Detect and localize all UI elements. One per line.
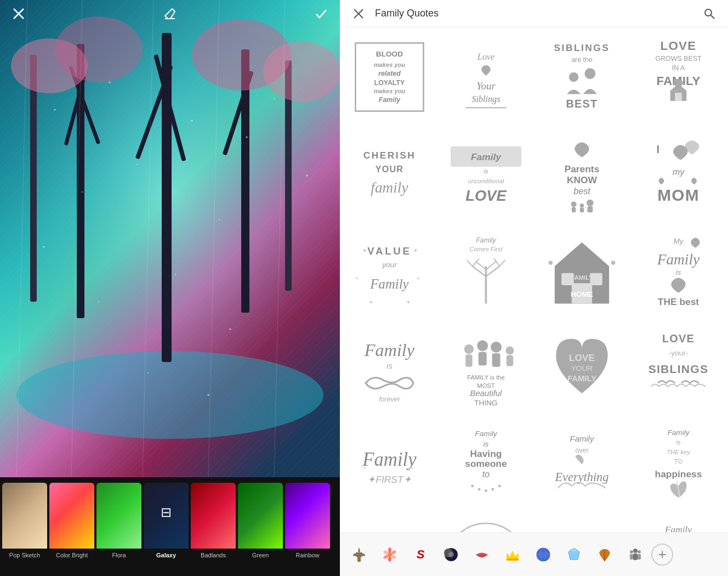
cat-item-tree[interactable] (344, 540, 374, 569)
svg-rect-9 (64, 76, 86, 145)
sticker-family-most-important[interactable]: Family is most IMPORTANT (342, 511, 437, 533)
cat-item-crown[interactable] (498, 540, 527, 569)
svg-point-124 (505, 346, 514, 354)
cat-item-lips[interactable] (467, 540, 497, 569)
sticker-my-family-best[interactable]: My Family is THE best (631, 222, 726, 318)
sticker-blood-family[interactable]: BLOOD makes you related LOYALTY makes yo… (342, 30, 437, 125)
sticker-cherish-family[interactable]: CHERISH YOUR family (342, 126, 437, 222)
svg-text:Family: Family (370, 277, 410, 292)
sticker-love-siblings[interactable]: Love Your Siblings (439, 30, 534, 125)
svg-point-27 (175, 274, 176, 275)
sticker-love-siblings-2[interactable]: LOVE -your- SIBLINGS (631, 319, 726, 414)
svg-text:✦FIRST✦: ✦FIRST✦ (368, 474, 412, 485)
cat-item-moon[interactable] (436, 540, 466, 569)
sticker-value-family[interactable]: ✦ ✦ ✦ ✦ VALUE your Family ✦ ✦ (342, 222, 437, 318)
svg-text:is: is (675, 269, 681, 277)
svg-point-26 (43, 246, 45, 248)
svg-text:Family: Family (379, 97, 401, 104)
svg-text:✦: ✦ (356, 276, 359, 281)
svg-rect-79 (580, 207, 584, 212)
svg-text:Family: Family (362, 449, 417, 470)
sticker-siblings-best[interactable]: SIBLINGS are the BEST (534, 30, 630, 125)
svg-text:someone: someone (465, 458, 507, 469)
cat-item-family-silhouette[interactable] (621, 540, 650, 569)
svg-point-3 (16, 351, 323, 439)
sticker-family-comes-first[interactable]: Family Comes First (439, 222, 534, 318)
svg-text:I: I (656, 143, 659, 155)
cat-item-letter-s[interactable]: S (406, 540, 435, 569)
svg-point-106 (549, 261, 553, 265)
sticker-family-forever[interactable]: Family is forever (342, 319, 437, 414)
svg-line-35 (143, 0, 153, 477)
svg-point-149 (498, 485, 501, 488)
svg-rect-12 (223, 71, 254, 156)
filter-item-color-bright[interactable]: Color Bright (49, 483, 94, 571)
svg-text:makes you: makes you (374, 61, 406, 68)
sticker-family-unconditional[interactable]: Family is unconditional LOVE (439, 126, 534, 222)
svg-line-97 (476, 262, 486, 270)
svg-rect-6 (135, 65, 173, 160)
svg-text:Family: Family (475, 430, 497, 438)
svg-text:LOVE: LOVE (569, 352, 595, 363)
sticker-family-beautiful[interactable]: FAMILY is the MOST Beautiful THING (439, 319, 534, 414)
sticker-family-is-home[interactable]: FAMILY IS HOME (534, 222, 630, 318)
sticker-family-key-happiness[interactable]: Family is THE key TO happiness (631, 415, 726, 510)
sticker-family-love-never-ends[interactable]: Family where love never ends (631, 511, 726, 533)
filter-item-flora[interactable]: Flora (96, 483, 141, 571)
filter-item-pop-sketch[interactable]: Pop Sketch (2, 483, 47, 571)
svg-text:is: is (386, 362, 393, 370)
svg-point-29 (98, 301, 99, 302)
svg-text:your: your (382, 261, 397, 269)
svg-text:LOVE: LOVE (465, 187, 507, 204)
svg-rect-77 (588, 206, 593, 212)
sticker-i-love-mom[interactable]: I my MOM (631, 126, 726, 222)
sticker-i-love-sister[interactable]: I love ✦ MY ✦ Sister ✦ ✦ ✦ (534, 511, 630, 533)
svg-point-30 (230, 329, 231, 330)
filter-item-galaxy[interactable]: ⊟ Galaxy (144, 483, 189, 571)
sticker-family-having-someone[interactable]: Family is Having someone to (439, 415, 534, 510)
svg-text:Family: Family (657, 251, 700, 268)
svg-text:FAMILY: FAMILY (567, 374, 596, 383)
svg-text:VALUE: VALUE (368, 245, 412, 257)
svg-text:BLOOD: BLOOD (376, 50, 403, 59)
confirm-button[interactable] (311, 4, 331, 24)
svg-text:family: family (371, 179, 409, 196)
sticker-love-your-family-heart[interactable]: LOVE YOUR FAMILY (534, 319, 630, 414)
sticker-family-over-everything[interactable]: Family over Everything (534, 415, 630, 510)
cat-item-add[interactable]: + (651, 544, 673, 566)
search-button[interactable] (699, 4, 719, 24)
svg-text:Family: Family (471, 151, 502, 162)
svg-point-74 (571, 201, 577, 207)
sticker-parents-know[interactable]: Parents KNOW best (534, 126, 630, 222)
svg-line-34 (71, 0, 82, 477)
cat-item-flower[interactable] (375, 540, 405, 569)
filter-item-rainbow[interactable]: Rainbow (285, 483, 330, 571)
svg-text:YOUR: YOUR (376, 164, 404, 174)
svg-text:Love: Love (477, 53, 494, 62)
svg-text:over: over (576, 447, 589, 454)
svg-rect-119 (465, 354, 472, 366)
svg-text:Parents: Parents (565, 163, 600, 174)
sticker-family-first[interactable]: Family ✦FIRST✦ ~ ~ (342, 415, 437, 510)
cat-item-globe[interactable] (528, 540, 558, 569)
panel-close-button[interactable] (349, 4, 368, 24)
sticker-love-grows-family[interactable]: LOVE GROWS BEST IN A FAMILY (631, 30, 726, 125)
svg-point-148 (491, 488, 494, 491)
category-bar: S (340, 532, 728, 576)
cat-item-crystal[interactable] (559, 540, 589, 569)
close-button[interactable] (9, 4, 29, 24)
svg-rect-121 (479, 352, 487, 365)
svg-text:SIBLINGS: SIBLINGS (649, 363, 708, 375)
svg-text:is: is (676, 439, 680, 445)
filter-item-badlands[interactable]: Badlands (191, 483, 236, 571)
svg-text:MOST: MOST (477, 382, 494, 389)
svg-text:Comes First: Comes First (469, 246, 503, 252)
sticker-family-forever-always[interactable]: FAMILY Forever AND FOR always (439, 511, 534, 533)
svg-text:IS: IS (579, 283, 585, 289)
svg-text:✦: ✦ (407, 300, 411, 305)
eraser-button[interactable] (160, 4, 180, 24)
filter-item-green[interactable]: Green (238, 483, 283, 571)
svg-text:✦: ✦ (362, 248, 367, 254)
svg-point-181 (388, 547, 391, 553)
cat-item-leaf[interactable] (590, 540, 619, 569)
